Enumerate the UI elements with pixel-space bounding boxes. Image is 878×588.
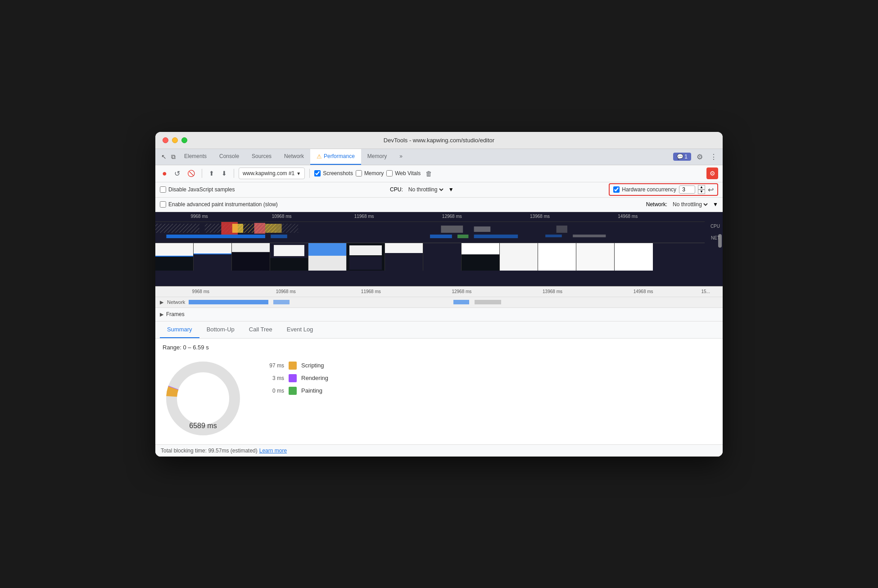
settings-gear-button[interactable]: ⚙ xyxy=(706,167,718,179)
cpu-chart xyxy=(155,222,705,235)
legend-scripting: 97 ms Scripting xyxy=(262,362,328,370)
devtools-body: ↖ ⧉ Elements Console Sources Network ⚠ P… xyxy=(155,149,723,457)
screenshot-2 xyxy=(194,243,232,271)
advanced-paint-checkbox[interactable] xyxy=(160,201,166,208)
ruler-label-2: 10968 ms xyxy=(272,214,292,219)
tab-calltree[interactable]: Call Tree xyxy=(242,321,280,338)
hw-concurrency-label[interactable]: Hardware concurrency xyxy=(613,186,676,193)
ruler-label-4: 12968 ms xyxy=(442,214,462,219)
memory-checkbox-label[interactable]: Memory xyxy=(356,170,384,176)
hardware-concurrency-box: Hardware concurrency 3 ▲ ▼ ↩ xyxy=(609,183,718,196)
ruler-label-3: 11968 ms xyxy=(354,214,374,219)
network-mini-chart xyxy=(189,300,718,304)
hw-concurrency-input[interactable]: 3 xyxy=(679,185,695,194)
webvitals-checkbox-label[interactable]: Web Vitals xyxy=(386,170,421,176)
screenshot-10 xyxy=(500,243,538,271)
legend-area: 97 ms Scripting 3 ms Rendering 0 ms Pain… xyxy=(262,362,328,395)
hw-increment-button[interactable]: ▲ xyxy=(698,185,705,190)
hw-spinner: ▲ ▼ xyxy=(698,185,705,194)
screenshot-8 xyxy=(423,243,462,271)
svg-rect-18 xyxy=(474,235,518,238)
tab-network[interactable]: Network xyxy=(278,149,310,165)
warning-icon: ⚠ xyxy=(317,153,322,160)
options-row-2: Enable advanced paint instrumentation (s… xyxy=(155,198,723,212)
tab-console[interactable]: Console xyxy=(213,149,245,165)
close-button[interactable] xyxy=(163,137,168,143)
upload-button[interactable]: ⬆ xyxy=(207,168,217,178)
notification-button[interactable]: 💬 1 xyxy=(673,153,691,161)
record-button[interactable]: ● xyxy=(160,167,169,180)
webvitals-checkbox[interactable] xyxy=(386,170,393,176)
hw-concurrency-checkbox[interactable] xyxy=(613,186,620,193)
traffic-lights xyxy=(163,137,187,143)
screenshot-5 xyxy=(308,243,347,271)
tab-more[interactable]: » xyxy=(393,149,409,165)
minimize-button[interactable] xyxy=(172,137,178,143)
screenshot-1 xyxy=(155,243,194,271)
hw-decrement-button[interactable]: ▼ xyxy=(698,190,705,194)
screenshots-strip xyxy=(155,243,705,271)
bottom-label-7: 15... xyxy=(701,289,710,294)
rendering-value: 3 ms xyxy=(262,375,284,381)
timeline-area[interactable]: 9968 ms 10968 ms 11968 ms 12968 ms 13968… xyxy=(155,212,723,286)
ruler-label-5: 13968 ms xyxy=(530,214,550,219)
network-throttle-select[interactable]: No throttling xyxy=(671,201,709,208)
rendering-color xyxy=(289,374,297,382)
tab-bottomup[interactable]: Bottom-Up xyxy=(199,321,242,338)
svg-rect-10 xyxy=(265,224,282,233)
svg-rect-19 xyxy=(545,235,562,237)
tab-eventlog[interactable]: Event Log xyxy=(280,321,321,338)
nav-actions: 💬 1 ⚙ ⋮ xyxy=(673,151,719,163)
tab-elements[interactable]: Elements xyxy=(178,149,213,165)
screenshots-checkbox-label[interactable]: Screenshots xyxy=(314,170,353,176)
trash-button[interactable]: 🗑 xyxy=(423,168,434,179)
disable-js-label[interactable]: Disable JavaScript samples xyxy=(160,186,235,193)
tab-performance[interactable]: ⚠ Performance xyxy=(310,149,361,165)
status-bar: Total blocking time: 99.57ms (estimated)… xyxy=(155,444,723,457)
svg-rect-9 xyxy=(232,224,243,233)
network-row: ▶ Network xyxy=(155,297,723,308)
painting-value: 0 ms xyxy=(262,388,284,394)
svg-rect-15 xyxy=(271,235,287,238)
svg-rect-3 xyxy=(155,224,199,233)
bottom-label-2: 10968 ms xyxy=(276,289,296,294)
pie-center-label: 6589 ms xyxy=(189,422,217,430)
url-selector[interactable]: www.kapwing.com #1 ▼ xyxy=(239,167,305,179)
tab-memory[interactable]: Memory xyxy=(361,149,393,165)
nav-tabs: ↖ ⧉ Elements Console Sources Network ⚠ P… xyxy=(155,149,723,165)
settings-button[interactable]: ⚙ xyxy=(695,151,705,163)
ruler-label-1: 9968 ms xyxy=(190,214,208,219)
frames-label: Frames xyxy=(166,311,185,317)
window-title: DevTools - www.kapwing.com/studio/editor xyxy=(384,137,494,144)
download-button[interactable]: ⬇ xyxy=(219,168,229,178)
advanced-paint-label[interactable]: Enable advanced paint instrumentation (s… xyxy=(160,201,278,208)
painting-label: Painting xyxy=(301,387,322,394)
more-button[interactable]: ⋮ xyxy=(708,151,719,163)
frames-row: ▶ Frames xyxy=(155,308,723,321)
toolbar: ● ↺ 🚫 ⬆ ⬇ www.kapwing.com #1 ▼ Screensho… xyxy=(155,165,723,182)
tab-summary[interactable]: Summary xyxy=(160,321,199,338)
learn-more-link[interactable]: Learn more xyxy=(259,448,287,454)
maximize-button[interactable] xyxy=(181,137,187,143)
dropdown-cpu-icon: ▼ xyxy=(448,186,454,193)
memory-checkbox[interactable] xyxy=(356,170,362,176)
svg-rect-11 xyxy=(441,226,463,233)
clear-button[interactable]: 🚫 xyxy=(185,168,197,178)
screenshot-12 xyxy=(576,243,615,271)
reload-button[interactable]: ↺ xyxy=(172,168,182,179)
bottom-label-4: 12968 ms xyxy=(452,289,471,294)
title-bar: DevTools - www.kapwing.com/studio/editor xyxy=(155,132,723,149)
undo-button[interactable]: ↩ xyxy=(708,185,714,194)
separator-3 xyxy=(309,169,310,178)
scripting-color xyxy=(289,362,297,370)
chat-icon: 💬 xyxy=(677,154,683,160)
tab-sources[interactable]: Sources xyxy=(245,149,278,165)
cursor-icon[interactable]: ↖ xyxy=(159,152,169,162)
cpu-throttle-select[interactable]: No throttling xyxy=(407,186,445,193)
bottom-label-1: 9968 ms xyxy=(192,289,209,294)
expand-frames-button[interactable]: ▶ xyxy=(160,312,163,317)
screenshot-4 xyxy=(270,243,308,271)
layers-icon[interactable]: ⧉ xyxy=(169,152,178,162)
disable-js-checkbox[interactable] xyxy=(160,186,166,193)
screenshots-checkbox[interactable] xyxy=(314,170,321,176)
